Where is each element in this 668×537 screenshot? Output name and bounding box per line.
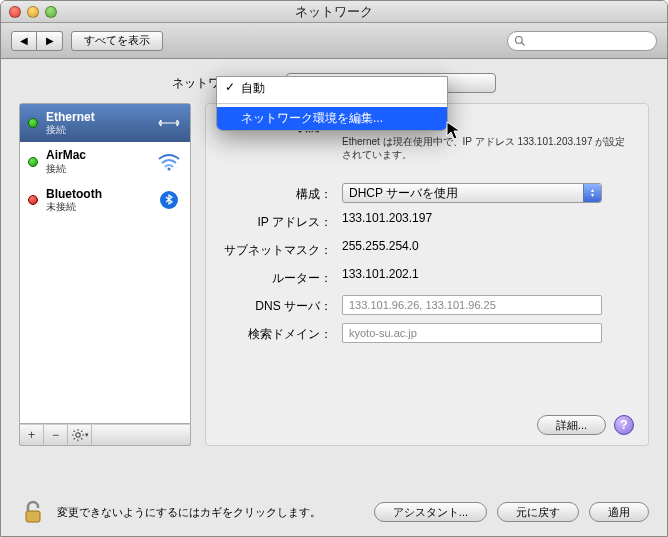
config-label: 構成：: [222, 183, 332, 203]
search-domain-label: 検索ドメイン：: [222, 323, 332, 343]
config-value: DHCP サーバを使用: [349, 185, 458, 202]
show-all-button[interactable]: すべてを表示: [71, 31, 163, 51]
config-select[interactable]: DHCP サーバを使用: [342, 183, 602, 203]
dns-input[interactable]: 133.101.96.26, 133.101.96.25: [342, 295, 602, 315]
status-dot-icon: [28, 157, 38, 167]
apply-button[interactable]: 適用: [589, 502, 649, 522]
service-airmac[interactable]: AirMac 接続: [20, 142, 190, 180]
remove-service-button[interactable]: −: [44, 425, 68, 445]
service-name: Bluetooth: [46, 187, 148, 201]
minimize-icon[interactable]: [27, 6, 39, 18]
detail-panel: 状況： 接続 Ethernet は現在使用中で、IP アドレス 133.101.…: [205, 103, 649, 446]
titlebar: ネットワーク: [1, 1, 667, 23]
toolbar: ◀ ▶ すべてを表示: [1, 23, 667, 59]
status-dot-icon: [28, 118, 38, 128]
lock-icon[interactable]: [19, 498, 47, 526]
svg-line-11: [73, 438, 74, 439]
svg-line-9: [73, 431, 74, 432]
dropdown-separator: [217, 103, 447, 104]
cursor-icon: [446, 121, 462, 141]
subnet-value: 255.255.254.0: [342, 239, 632, 253]
back-button[interactable]: ◀: [11, 31, 37, 51]
service-name: Ethernet: [46, 110, 148, 124]
wifi-icon: [156, 152, 182, 172]
ip-value: 133.101.203.197: [342, 211, 632, 225]
dropdown-item-edit[interactable]: ネットワーク環境を編集...: [217, 107, 447, 130]
action-menu-button[interactable]: ▾: [68, 425, 92, 445]
svg-point-0: [516, 36, 523, 43]
router-value: 133.101.202.1: [342, 267, 632, 281]
svg-point-2: [168, 167, 171, 170]
svg-line-10: [81, 438, 82, 439]
status-desc: Ethernet は現在使用中で、IP アドレス 133.101.203.197…: [342, 135, 632, 161]
close-icon[interactable]: [9, 6, 21, 18]
bluetooth-icon: [156, 190, 182, 210]
forward-button[interactable]: ▶: [37, 31, 63, 51]
dns-label: DNS サーバ：: [222, 295, 332, 315]
service-status: 未接続: [46, 201, 148, 213]
svg-line-12: [81, 431, 82, 432]
search-input[interactable]: [507, 31, 657, 51]
dropdown-item-auto[interactable]: 自動: [217, 77, 447, 100]
svg-rect-13: [26, 511, 40, 522]
advanced-button[interactable]: 詳細...: [537, 415, 606, 435]
ip-label: IP アドレス：: [222, 211, 332, 231]
revert-button[interactable]: 元に戻す: [497, 502, 579, 522]
service-list: Ethernet 接続 AirMac 接続: [19, 103, 191, 424]
svg-point-4: [75, 433, 79, 437]
service-name: AirMac: [46, 148, 148, 162]
ethernet-icon: [156, 113, 182, 133]
router-label: ルーター：: [222, 267, 332, 287]
subnet-label: サブネットマスク：: [222, 239, 332, 259]
service-bluetooth[interactable]: Bluetooth 未接続: [20, 181, 190, 219]
window-title: ネットワーク: [1, 3, 667, 21]
gear-icon: [71, 428, 85, 442]
service-status: 接続: [46, 124, 148, 136]
location-dropdown: 自動 ネットワーク環境を編集...: [216, 76, 448, 131]
assistant-button[interactable]: アシスタント...: [374, 502, 487, 522]
lock-text: 変更できないようにするにはカギをクリックします。: [57, 505, 364, 520]
help-button[interactable]: ?: [614, 415, 634, 435]
service-ethernet[interactable]: Ethernet 接続: [20, 104, 190, 142]
search-icon: [514, 35, 526, 47]
search-domain-input[interactable]: kyoto-su.ac.jp: [342, 323, 602, 343]
zoom-icon[interactable]: [45, 6, 57, 18]
status-dot-icon: [28, 195, 38, 205]
service-status: 接続: [46, 163, 148, 175]
add-service-button[interactable]: +: [20, 425, 44, 445]
svg-line-1: [522, 42, 525, 45]
